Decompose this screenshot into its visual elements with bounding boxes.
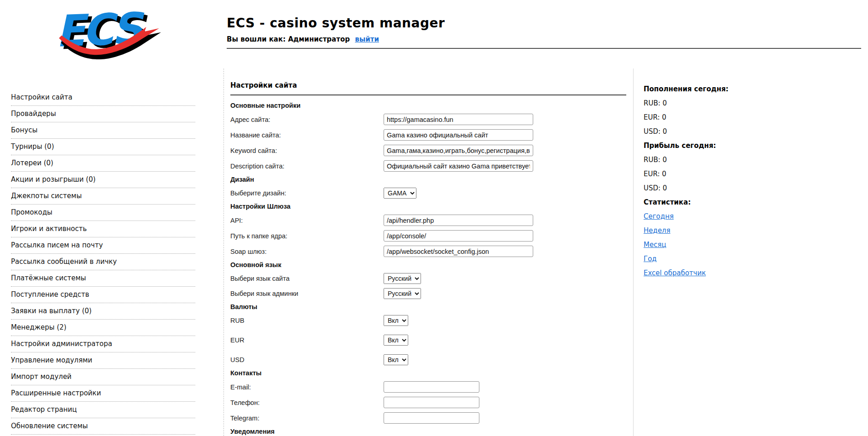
sidebar-item[interactable]: Платёжные системы — [11, 270, 195, 287]
header-divider — [227, 48, 861, 49]
form-row: Telegram: — [230, 412, 626, 424]
select-dropdown[interactable]: Вкл — [384, 335, 408, 346]
login-status: Вы вошли как: Администратор выйти — [227, 35, 445, 43]
aside-stat-value: RUB: 0 — [644, 99, 853, 107]
sidebar-item[interactable]: Промокоды — [11, 205, 195, 221]
text-input[interactable] — [384, 230, 533, 242]
text-input[interactable] — [384, 145, 533, 156]
aside-stat-value: EUR: 0 — [644, 113, 853, 121]
section-header: Основной язык — [230, 261, 626, 268]
aside-link[interactable]: Сегодня — [644, 212, 674, 221]
sidebar-item[interactable]: Джекпоты системы — [11, 188, 195, 205]
section-header: Дизайн — [230, 176, 626, 183]
sidebar-item[interactable]: Настройки администратора — [11, 336, 195, 352]
text-input[interactable] — [384, 412, 479, 424]
field-label: Выбери язык админки — [230, 290, 384, 297]
field-label: Keyword сайта: — [230, 147, 384, 154]
aside-link[interactable]: Месяц — [644, 241, 666, 249]
sidebar-item[interactable]: Импорт модулей — [11, 369, 195, 385]
sidebar-item[interactable]: Менеджеры (2) — [11, 320, 195, 336]
form-row: E-mail: — [230, 381, 626, 393]
form-row: Название сайта: — [230, 129, 626, 141]
select-dropdown[interactable]: Русский — [384, 288, 421, 299]
sidebar-item[interactable]: Лотереи (0) — [11, 155, 195, 172]
sidebar-item[interactable]: Игроки и активность — [11, 221, 195, 237]
text-input[interactable] — [384, 215, 533, 226]
field-label: Телефон: — [230, 399, 384, 406]
aside-stat-value: EUR: 0 — [644, 170, 853, 178]
sidebar-item[interactable]: Заявки на выплату (0) — [11, 303, 195, 320]
form-row: Адрес сайта: — [230, 114, 626, 125]
sidebar-item[interactable]: Расширенные настройки — [11, 385, 195, 402]
sidebar: Настройки сайтаПровайдерыБонусыТурниры (… — [11, 89, 195, 435]
form-row: Путь к папке ядра: — [230, 230, 626, 242]
form-row: Телефон: — [230, 397, 626, 408]
text-input[interactable] — [384, 246, 533, 257]
logout-link[interactable]: выйти — [355, 35, 379, 43]
field-label: Путь к папке ядра: — [230, 232, 384, 240]
field-label: Soap шлюз: — [230, 248, 384, 255]
field-label: RUB — [230, 317, 384, 324]
form-row: Выбери язык сайтаРусский — [230, 273, 626, 284]
field-label: Название сайта: — [230, 131, 384, 139]
aside-group-title: Статистика: — [644, 198, 853, 206]
sidebar-item[interactable]: Поступление средств — [11, 287, 195, 303]
sidebar-item[interactable]: Обновление системы — [11, 418, 195, 435]
sidebar-item[interactable]: Провайдеры — [11, 106, 195, 122]
select-dropdown[interactable]: Вкл — [384, 315, 408, 326]
login-user: Администратор — [288, 35, 350, 43]
sidebar-main-divider — [223, 68, 224, 436]
field-label: API: — [230, 217, 384, 224]
field-label: E-mail: — [230, 383, 384, 391]
sidebar-item[interactable]: Рассылка писем на почту — [11, 237, 195, 254]
main-aside-divider — [633, 68, 634, 436]
settings-title: Настройки сайта — [230, 81, 626, 89]
sidebar-item[interactable]: Акции и розыгрыши (0) — [11, 172, 195, 188]
stats-panel: Пополнения сегодня:RUB: 0EUR: 0USD: 0При… — [644, 85, 853, 283]
aside-link[interactable]: Неделя — [644, 226, 670, 235]
ecs-logo-graphic: ECS ECS — [52, 5, 161, 59]
sidebar-item[interactable]: Управление модулями — [11, 352, 195, 369]
text-input[interactable] — [384, 397, 479, 408]
section-header: Контакты — [230, 369, 626, 377]
select-dropdown[interactable]: GAMA — [384, 188, 416, 199]
sidebar-item[interactable]: Рассылка сообщений в личку — [11, 254, 195, 270]
aside-link-row: Сегодня — [644, 212, 853, 221]
aside-stat-value: USD: 0 — [644, 184, 853, 192]
sidebar-item[interactable]: Редактор страниц — [11, 402, 195, 418]
section-header: Валюты — [230, 303, 626, 310]
field-label: EUR — [230, 336, 384, 344]
section-header: Настройки Шлюза — [230, 203, 626, 210]
settings-panel: Настройки сайта Основные настройкиАдрес … — [230, 81, 626, 436]
text-input[interactable] — [384, 114, 533, 125]
header: ECS - casino system manager Вы вошли как… — [227, 16, 445, 43]
field-label: USD — [230, 356, 384, 363]
sidebar-item[interactable]: Турниры (0) — [11, 139, 195, 155]
aside-stat-value: USD: 0 — [644, 127, 853, 136]
field-label: Telegram: — [230, 415, 384, 422]
settings-title-divider — [230, 95, 626, 95]
text-input[interactable] — [384, 381, 479, 393]
aside-stat-value: RUB: 0 — [644, 156, 853, 164]
aside-group-title: Пополнения сегодня: — [644, 85, 853, 93]
aside-group-title: Прибыль сегодня: — [644, 142, 853, 150]
text-input[interactable] — [384, 129, 533, 141]
page-title: ECS - casino system manager — [227, 16, 445, 31]
aside-link[interactable]: Год — [644, 255, 657, 263]
settings-form: Основные настройкиАдрес сайта:Название с… — [230, 102, 626, 436]
login-prefix: Вы вошли как: — [227, 35, 286, 43]
form-row: USDВкл — [230, 354, 626, 365]
field-label: Выбери язык сайта — [230, 275, 384, 282]
sidebar-item[interactable]: Настройки сайта — [11, 89, 195, 106]
form-row: RUBВкл — [230, 315, 626, 326]
aside-link-row: Месяц — [644, 241, 853, 249]
aside-link-row: Excel обработчик — [644, 269, 853, 277]
select-dropdown[interactable]: Русский — [384, 273, 421, 284]
field-label: Description сайта: — [230, 163, 384, 170]
select-dropdown[interactable]: Вкл — [384, 354, 408, 365]
form-row: Выберите дизайн:GAMA — [230, 188, 626, 199]
field-label: Выберите дизайн: — [230, 189, 384, 197]
aside-link[interactable]: Excel обработчик — [644, 269, 706, 277]
sidebar-item[interactable]: Бонусы — [11, 122, 195, 139]
text-input[interactable] — [384, 160, 533, 172]
